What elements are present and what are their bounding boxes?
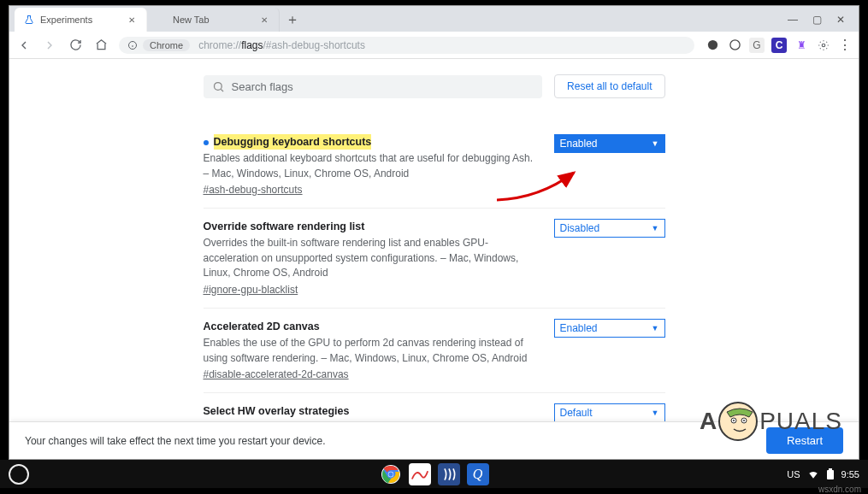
extension-icon[interactable] [816,38,831,53]
svg-point-1 [707,40,717,50]
blank-favicon [156,14,168,26]
new-tab-button[interactable]: ＋ [283,10,302,29]
flag-title: Select HW overlay strategies [204,403,350,419]
tab-strip: Experiments ✕ New Tab ✕ ＋ — ▢ ✕ [9,6,859,32]
flag-title: Debugging keyboard shortcuts [214,134,372,150]
chevron-down-icon: ▼ [652,324,659,332]
flag-description: Overrides the built-in software renderin… [204,236,534,280]
flag-select-value: Disabled [560,222,600,234]
url-path: /#ash-debug-shortcuts [263,39,365,51]
shelf-pinned-apps: Q [380,463,489,485]
flag-row: Accelerated 2D canvas Enables the use of… [204,308,665,392]
restart-message: Your changes will take effect the next t… [25,435,326,447]
close-window-icon[interactable]: ✕ [835,14,847,26]
chevron-down-icon: ▼ [652,139,659,148]
modified-dot-icon [204,140,209,145]
browser-toolbar: Chrome chrome://flags/#ash-debug-shortcu… [9,32,859,59]
wifi-icon [807,468,819,480]
chrome-app-icon[interactable] [380,463,402,485]
restart-button[interactable]: Restart [766,427,843,454]
flag-hash-link[interactable]: #ignore-gpu-blacklist [204,284,298,296]
flag-title: Override software rendering list [204,219,365,234]
close-icon[interactable]: ✕ [258,14,270,26]
language-indicator: US [787,469,800,479]
svg-point-13 [388,472,393,476]
close-icon[interactable]: ✕ [126,14,138,26]
chromeos-shelf: Q US 9:55 [0,460,868,488]
flag-select-value: Default [560,407,593,419]
system-tray[interactable]: US 9:55 [787,468,859,480]
flag-select[interactable]: Enabled ▼ [554,319,665,338]
url-host: flags [241,39,263,51]
extension-icon[interactable]: C [771,38,787,53]
flask-icon [23,14,35,26]
svg-rect-14 [827,470,834,479]
search-placeholder: Search flags [232,80,293,93]
flag-title: Accelerated 2D canvas [204,319,320,334]
info-icon [127,40,138,50]
app-icon[interactable] [438,463,460,485]
chrome-chip: Chrome [143,39,190,51]
extension-icon[interactable]: G [749,38,765,53]
reset-all-button[interactable]: Reset all to default [554,74,664,98]
app-icon[interactable] [409,463,431,485]
flag-select-value: Enabled [560,322,598,334]
flag-select[interactable]: Disabled ▼ [554,219,665,238]
back-button[interactable] [16,38,32,53]
extension-icon[interactable] [727,38,742,53]
flag-hash-link[interactable]: #ash-debug-shortcuts [204,184,303,196]
svg-point-3 [822,44,825,47]
address-bar[interactable]: Chrome chrome://flags/#ash-debug-shortcu… [119,37,694,54]
flag-select[interactable]: Enabled ▼ [554,134,665,153]
launcher-button[interactable] [9,464,29,485]
svg-point-2 [729,40,739,50]
battery-icon [826,468,835,480]
source-watermark: wsxdn.com [818,485,861,494]
clock: 9:55 [841,469,859,479]
maximize-icon[interactable]: ▢ [811,14,823,26]
tab-experiments[interactable]: Experiments ✕ [15,8,147,32]
flag-select[interactable]: Default ▼ [554,403,665,422]
flag-row: Debugging keyboard shortcuts Enables add… [204,124,665,208]
flag-row: Override software rendering list Overrid… [204,208,665,308]
browser-menu-button[interactable]: ⋮ [838,37,852,53]
flag-description: Enables additional keyboard shortcuts th… [204,151,534,181]
search-input[interactable]: Search flags [204,75,543,98]
svg-point-4 [214,82,221,90]
extension-icon[interactable]: ♜ [794,38,809,53]
url-scheme: chrome:// [198,39,241,51]
tab-title: New Tab [173,15,210,25]
chevron-down-icon: ▼ [652,409,659,417]
tab-title: Experiments [40,15,92,25]
search-icon [212,80,225,93]
flag-description: Enables the use of the GPU to perform 2d… [204,336,534,366]
flag-hash-link[interactable]: #disable-accelerated-2d-canvas [204,368,349,380]
tab-newtab[interactable]: New Tab ✕ [147,8,280,32]
home-button[interactable] [93,38,109,53]
page-content: Search flags Reset all to default Debugg… [9,59,859,459]
minimize-icon[interactable]: — [787,14,799,26]
svg-rect-15 [829,468,832,470]
extension-icon[interactable] [705,38,720,53]
app-icon[interactable]: Q [467,463,489,485]
restart-bar: Your changes will take effect the next t… [9,421,859,459]
flag-select-value: Enabled [560,138,598,150]
forward-button[interactable] [42,38,57,53]
chevron-down-icon: ▼ [652,224,659,232]
reload-button[interactable] [68,38,83,53]
